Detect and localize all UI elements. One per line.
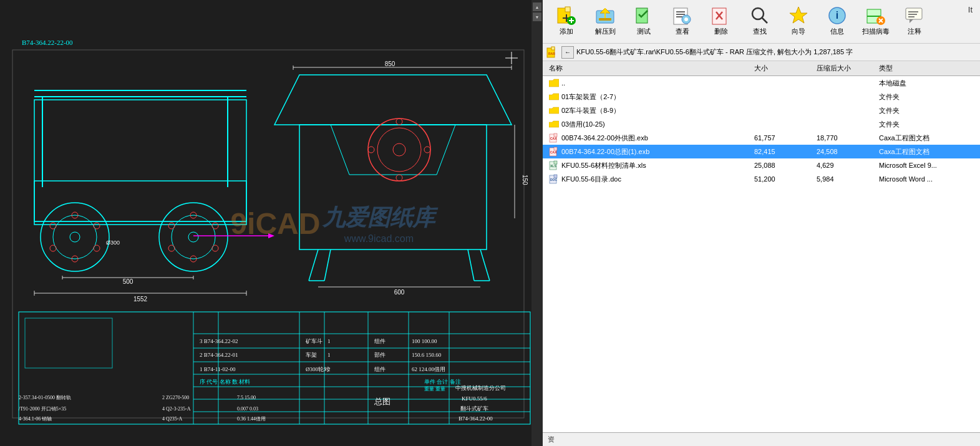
toolbar-test-label: 测试 [637, 27, 651, 36]
svg-text:4-364.1-06    销轴: 4-364.1-06 销轴 [19, 416, 52, 422]
svg-text:1  B74-11-02-00: 1 B74-11-02-00 [200, 366, 236, 372]
svg-text:DOC: DOC [550, 178, 558, 182]
file-compressed: 18,770 [814, 133, 876, 142]
file-compressed: 24,508 [814, 147, 876, 156]
svg-text:2-357.34-01-0500 翻转轨: 2-357.34-01-0500 翻转轨 [19, 395, 71, 400]
toolbar-wizard-label: 向导 [792, 27, 805, 36]
svg-text:1: 1 [327, 338, 331, 344]
file-name-cell: 03借用(10-25) [546, 119, 752, 130]
svg-rect-127 [599, 18, 611, 21]
svg-text:RAR: RAR [548, 52, 555, 56]
svg-text:0.007 0.03: 0.007 0.03 [237, 406, 258, 412]
file-list: .. 本地磁盘 01车架装置（2-7） 文件夹 02车斗装置（8-9） 文件夹 … [543, 76, 980, 432]
svg-text:2: 2 [327, 366, 331, 372]
rar-panel: 添加 解压到 测试 [543, 0, 980, 446]
file-compressed [814, 124, 876, 125]
nav-back-button[interactable]: ← [561, 46, 574, 59]
file-name-cell: XLS KFU0.55-6材料控制清单.xls [546, 160, 752, 171]
svg-text:XLS: XLS [550, 164, 556, 168]
toolbar-test-button[interactable]: 测试 [625, 2, 662, 39]
file-name: .. [561, 79, 565, 87]
svg-marker-140 [790, 7, 807, 23]
toolbar-extract-label: 解压到 [595, 27, 616, 36]
svg-text:矿车斗: 矿车斗 [305, 338, 323, 344]
svg-text:2  B74-364.22-01: 2 B74-364.22-01 [200, 352, 238, 358]
toolbar-delete-button[interactable]: 删除 [702, 2, 740, 39]
svg-text:重量 重量: 重量 重量 [424, 386, 445, 392]
svg-text:1: 1 [327, 352, 331, 358]
file-size: 25,088 [752, 161, 814, 170]
file-name-cell: 02车斗装置（8-9） [546, 105, 752, 116]
file-name: KFU0.55-6材料控制清单.xls [561, 161, 646, 170]
file-type: Caxa工程图文档 [876, 133, 976, 143]
file-row[interactable]: 01车架装置（2-7） 文件夹 [543, 90, 980, 104]
cad-panel: B74-364.22-22-00 [0, 0, 543, 446]
file-row[interactable]: 02车斗装置（8-9） 文件夹 [543, 104, 980, 117]
toolbar-add-label: 添加 [560, 27, 573, 36]
file-compressed [814, 82, 876, 84]
svg-text:2  ZG270-500: 2 ZG270-500 [162, 395, 189, 400]
toolbar-info-label: 信息 [830, 27, 844, 36]
file-icon-folder [549, 105, 559, 115]
toolbar-find-label: 查找 [753, 27, 767, 36]
file-icon-folder [549, 92, 559, 102]
file-row[interactable]: DOC KFU0.55-6目录.doc 51,200 5,984 Microso… [543, 172, 980, 186]
file-row[interactable]: 03借用(10-25) 文件夹 [543, 117, 980, 131]
toolbar-wizard-button[interactable]: 向导 [780, 2, 817, 39]
header-type: 类型 [876, 63, 976, 74]
svg-line-139 [762, 17, 767, 23]
file-name: 02车斗装置（8-9） [561, 106, 620, 115]
status-left: 资 [548, 435, 555, 444]
file-size [752, 124, 814, 125]
svg-text:7.5 15.00: 7.5 15.00 [237, 395, 256, 400]
file-name: 01车架装置（2-7） [561, 92, 620, 102]
svg-rect-0 [0, 0, 543, 446]
file-row[interactable]: .. 本地磁盘 [543, 76, 980, 90]
file-row[interactable]: CAX 00B74-364.22-00外供图.exb 61,757 18,770… [543, 131, 980, 145]
file-row[interactable]: CAX 00B74-364.22-00总图(1).exb 82,415 24,5… [543, 145, 980, 158]
toolbar-comment-label: 注释 [908, 27, 921, 36]
file-type: 本地磁盘 [876, 78, 976, 89]
cad-side-btn-1[interactable]: ▲ [533, 2, 541, 11]
file-size [752, 96, 814, 97]
svg-text:组件: 组件 [374, 338, 386, 344]
svg-text:100 100.00: 100 100.00 [412, 338, 437, 344]
file-name-cell: DOC KFU0.55-6目录.doc [546, 173, 752, 185]
toolbar-view-label: 查看 [676, 27, 689, 36]
file-size: 51,200 [752, 175, 814, 183]
file-name-cell: .. [546, 77, 752, 89]
svg-text:62  124.00借用: 62 124.00借用 [412, 366, 445, 372]
file-icon-parent-folder [549, 78, 559, 88]
file-header: 名称 大小 压缩后大小 类型 [543, 61, 980, 76]
svg-text:4  Q235-A: 4 Q235-A [162, 416, 182, 422]
toolbar-extract-button[interactable]: 解压到 [586, 2, 624, 39]
toolbar-find-button[interactable]: 查找 [741, 2, 779, 39]
toolbar-add-button[interactable]: 添加 [548, 2, 585, 39]
svg-text:中搜机械制造分公司: 中搜机械制造分公司 [455, 385, 506, 391]
svg-text:600: 600 [394, 289, 405, 296]
file-icon-caxa: CAX [549, 147, 559, 157]
file-type: 文件夹 [876, 105, 976, 116]
svg-text:150: 150 [522, 175, 528, 185]
svg-text:1552: 1552 [133, 296, 148, 303]
file-name: KFU0.55-6目录.doc [561, 175, 621, 184]
file-row[interactable]: XLS KFU0.55-6材料控制清单.xls 25,088 4,629 Mic… [543, 158, 980, 172]
toolbar-comment-button[interactable]: 注释 [896, 2, 933, 39]
svg-text:部件: 部件 [374, 352, 386, 358]
header-size: 大小 [752, 63, 814, 74]
svg-text:/T91-2000    开口销5×35: /T91-2000 开口销5×35 [19, 406, 66, 412]
toolbar-scan-button[interactable]: 扫描病毒 [857, 2, 895, 39]
file-icon-caxa: CAX [549, 133, 559, 143]
file-type: 文件夹 [876, 119, 976, 130]
cad-side-btn-2[interactable]: ▼ [533, 12, 541, 21]
svg-rect-118 [565, 7, 570, 12]
svg-text:3  B74-364.22-02: 3 B74-364.22-02 [200, 338, 238, 344]
file-icon-folder [549, 119, 559, 129]
svg-marker-158 [549, 107, 559, 114]
svg-text:B74-364.22-22-00: B74-364.22-22-00 [22, 39, 73, 46]
toolbar-view-button[interactable]: 查看 [664, 2, 701, 39]
file-size: 82,415 [752, 147, 814, 156]
file-size [752, 110, 814, 111]
toolbar-info-button[interactable]: i 信息 [818, 2, 856, 39]
svg-marker-149 [910, 19, 913, 23]
